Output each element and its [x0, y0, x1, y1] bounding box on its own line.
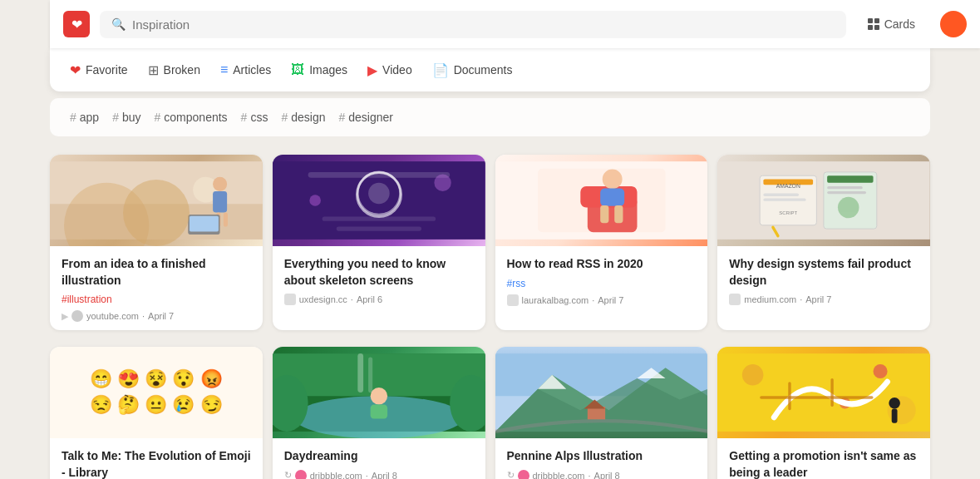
svg-rect-25	[614, 205, 623, 223]
svg-rect-36	[827, 191, 866, 194]
meta-site: medium.com	[744, 294, 796, 304]
meta-date: April 6	[357, 294, 382, 304]
card-body: Daydreaming ↻ dribbble.com · April 8	[273, 438, 485, 479]
svg-rect-7	[224, 212, 228, 226]
card-promotion[interactable]: Getting a promotion isn't same as being …	[717, 347, 930, 479]
search-bar[interactable]: 🔍	[100, 11, 846, 38]
card-title: Pennine Alps Illustration	[507, 448, 697, 465]
card-pennine[interactable]: Pennine Alps Illustration ↻ dribbble.com…	[495, 347, 708, 479]
filter-images[interactable]: 🖼 Images	[291, 62, 347, 77]
card-meta: medium.com · April 7	[729, 294, 918, 305]
filter-video-label: Video	[382, 63, 412, 77]
hash-icon: #	[241, 111, 248, 124]
card-title: Getting a promotion isn't same as being …	[729, 448, 918, 479]
filter-broken[interactable]: ⊞ Broken	[148, 62, 200, 78]
tag-buy[interactable]: # buy	[112, 111, 140, 124]
card-meta: ↻ dribbble.com · April 8	[507, 470, 697, 479]
meta-date: April 8	[594, 471, 620, 479]
svg-rect-15	[336, 227, 421, 231]
svg-point-11	[357, 172, 400, 215]
user-avatar[interactable]	[940, 11, 967, 37]
video-icon: ▶	[367, 62, 377, 78]
filter-favorite[interactable]: ❤ Favorite	[70, 62, 128, 78]
refresh-icon: ↻	[507, 470, 515, 479]
tag-css[interactable]: # css	[241, 111, 268, 124]
svg-point-22	[602, 169, 622, 189]
search-icon: 🔍	[111, 17, 126, 31]
svg-rect-63	[760, 396, 873, 398]
card-image-skeleton	[273, 155, 485, 246]
card-tag[interactable]: #rss	[507, 278, 697, 289]
meta-site: dribbble.com	[310, 471, 362, 479]
svg-text:AMAZON: AMAZON	[776, 183, 800, 189]
tag-css-label: css	[250, 111, 268, 124]
tag-components[interactable]: # components	[155, 111, 228, 124]
card-image-pennine	[495, 347, 708, 438]
tag-designer-label: designer	[348, 111, 393, 124]
hash-icon: #	[155, 111, 161, 124]
svg-rect-2	[50, 204, 263, 240]
tag-app[interactable]: # app	[70, 111, 99, 124]
card-emoji[interactable]: 😁 😍 😵 😯 😡😒 🤔 😐 😢 😏 Talk to Me: The Evolu…	[50, 347, 263, 479]
card-meta: uxdesign.cc · April 6	[284, 294, 474, 305]
meta-date: April 7	[805, 294, 831, 304]
card-rss[interactable]: How to read RSS in 2020 #rss laurakalbag…	[495, 155, 708, 330]
meta-date: April 7	[148, 311, 174, 321]
meta-site: dribbble.com	[533, 471, 585, 479]
card-image-emoji: 😁 😍 😵 😯 😡😒 🤔 😐 😢 😏	[50, 347, 263, 438]
card-meta: ▶ youtube.com · April 7	[62, 310, 251, 322]
card-title: Why design systems fail product design	[729, 256, 918, 289]
filter-bar: ❤ Favorite ⊞ Broken ≡ Articles 🖼 Images …	[50, 48, 930, 91]
articles-icon: ≡	[220, 62, 228, 77]
tags-bar: # app # buy # components # css # design …	[50, 98, 930, 136]
card-daydream[interactable]: Daydreaming ↻ dribbble.com · April 8	[273, 347, 485, 479]
grid-icon	[868, 18, 879, 30]
card-skeleton[interactable]: Everything you need to know about skelet…	[273, 155, 485, 330]
svg-rect-34	[827, 175, 873, 183]
card-design-systems[interactable]: AMAZON SCRIPT Why design systems fail pr…	[717, 155, 930, 330]
svg-point-44	[370, 388, 387, 404]
cards-view-button[interactable]: Cards	[856, 12, 927, 36]
meta-dot: ·	[142, 311, 145, 321]
meta-dot: ·	[588, 471, 590, 479]
site-icon	[729, 294, 741, 305]
tag-design[interactable]: # design	[281, 111, 325, 124]
site-icon	[71, 310, 83, 322]
svg-point-4	[213, 177, 227, 191]
filter-broken-label: Broken	[164, 63, 200, 77]
tag-designer[interactable]: # designer	[338, 111, 393, 124]
cards-grid-row1: From an idea to a finished illustration …	[30, 146, 950, 338]
cards-label: Cards	[884, 17, 915, 31]
hash-icon: #	[70, 111, 76, 124]
card-image-illustration	[50, 155, 263, 246]
site-icon	[507, 294, 519, 306]
card-image-rss	[495, 155, 708, 246]
filter-articles[interactable]: ≡ Articles	[220, 62, 271, 77]
refresh-icon: ↻	[284, 470, 292, 479]
svg-rect-45	[370, 405, 387, 419]
svg-point-57	[742, 364, 764, 386]
tag-app-label: app	[80, 111, 99, 124]
app-logo: ❤	[63, 11, 90, 37]
site-icon	[295, 470, 307, 479]
card-tag[interactable]: #illustration	[62, 294, 251, 305]
card-body: Pennine Alps Illustration ↻ dribbble.com…	[495, 438, 708, 479]
play-icon: ▶	[62, 311, 68, 322]
filter-documents-label: Documents	[454, 63, 513, 77]
broken-icon: ⊞	[148, 62, 159, 78]
meta-site: uxdesign.cc	[299, 294, 347, 304]
svg-point-61	[889, 398, 901, 409]
filter-articles-label: Articles	[233, 63, 271, 77]
search-input[interactable]	[132, 17, 835, 32]
svg-point-17	[434, 174, 451, 190]
svg-rect-62	[892, 409, 898, 423]
filter-documents[interactable]: 📄 Documents	[432, 62, 513, 78]
card-illustration[interactable]: From an idea to a finished illustration …	[50, 155, 263, 330]
svg-rect-64	[789, 382, 791, 410]
card-title: Everything you need to know about skelet…	[284, 256, 474, 289]
site-icon	[518, 470, 529, 479]
card-title: Daydreaming	[284, 448, 474, 465]
svg-point-16	[309, 195, 321, 206]
filter-video[interactable]: ▶ Video	[367, 62, 412, 78]
svg-point-12	[368, 183, 390, 205]
